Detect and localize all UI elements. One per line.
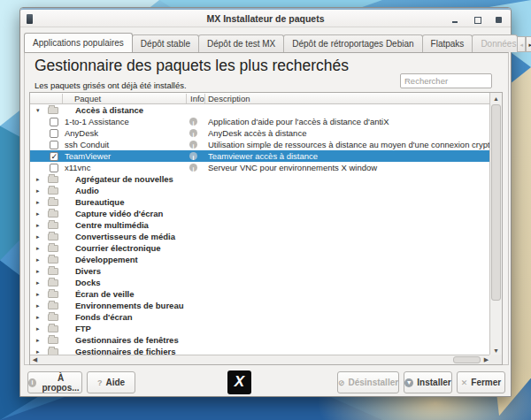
expander-arrow-icon[interactable] [36,254,43,265]
category-row[interactable]: Centre multimédia [30,219,491,231]
scroll-up-icon[interactable]: ▲ [490,93,502,104]
category-row[interactable]: Agrégateur de nouvelles [30,173,491,185]
package-checkbox[interactable] [50,118,58,126]
expander-arrow-icon[interactable] [36,173,43,185]
tab[interactable]: Dépôt de rétroportages Debian [283,34,422,52]
category-row[interactable]: FTP [30,323,491,334]
expander-arrow-icon[interactable] [36,265,43,277]
close-window-button[interactable]: ✕ Fermer [457,371,505,393]
search-input[interactable] [400,73,492,88]
package-row[interactable]: AnyDesk i AnyDesk accès à distance [30,127,491,139]
category-label: Audio [75,185,99,196]
info-icon[interactable]: i [189,152,197,160]
package-checkbox[interactable] [50,129,58,138]
tab[interactable]: Dépôt de test MX [198,34,284,52]
category-row[interactable]: Développement [30,254,491,265]
category-label: Gestionnaires de fenêtres [75,334,179,346]
tab[interactable]: Applications populaires [24,33,133,52]
package-description: Utilisation simple de ressources à dista… [208,139,491,150]
expander-arrow-icon[interactable] [36,242,43,254]
install-button[interactable]: ▼ Installer [404,371,452,393]
window-title: MX Installateur de paquets [20,13,511,24]
package-row[interactable]: 1-to-1 Assistance i Application d'aide p… [30,116,491,127]
expander-arrow-icon[interactable] [36,300,43,311]
package-row[interactable]: ssh Conduit i Utilisation simple de ress… [30,139,491,150]
column-header-paquet[interactable]: Paquet [74,93,181,104]
vertical-scrollbar[interactable]: ▲ ▼ [489,93,502,356]
tab-label: Données [481,39,516,49]
package-row[interactable]: TeamViewer i Teamviewer accès à distance [30,150,491,162]
category-label: Écran de veille [75,288,135,300]
info-icon[interactable]: i [189,129,197,137]
title-bar[interactable]: MX Installateur de paquets [20,8,511,27]
category-row[interactable]: Audio [30,185,491,196]
expander-arrow-icon[interactable] [36,208,43,219]
category-row[interactable]: Gestionnaires de fenêtres [30,334,491,346]
expander-arrow-icon[interactable] [36,323,43,334]
scroll-left-icon[interactable]: ◀ [30,355,40,365]
tab-label: Applications populaires [33,38,124,48]
about-button-label: À propos... [40,373,81,393]
package-checkbox[interactable] [50,152,58,161]
table-header[interactable]: Paquet Info Description [30,93,491,104]
expander-arrow-icon[interactable] [36,311,43,323]
folder-icon [48,187,58,195]
mx-package-installer-window: MX Installateur de paquets Applications … [19,7,512,397]
package-name: x11vnc [65,162,90,173]
package-name: AnyDesk [65,127,98,139]
tab[interactable]: Dépôt stable [132,34,199,52]
info-icon[interactable]: i [189,164,197,172]
info-icon[interactable]: i [189,141,197,149]
category-row[interactable]: Bureautique [30,196,491,208]
category-row[interactable]: Courrier électronique [30,242,491,254]
uninstall-button[interactable]: ⊘ Désinstaller [337,371,399,393]
download-circle-icon: ▼ [404,378,413,387]
info-icon: i [28,378,36,387]
column-divider [186,94,187,103]
horizontal-scrollbar-thumb[interactable] [453,356,481,363]
expander-arrow-icon[interactable] [36,231,43,242]
info-icon[interactable]: i [189,118,197,126]
category-row[interactable]: Accès à distance [30,104,491,116]
package-checkbox[interactable] [50,141,58,149]
tab[interactable]: Données [472,34,518,52]
package-name: TeamViewer [65,150,111,162]
expander-arrow-icon[interactable] [36,104,43,116]
category-row[interactable]: Convertisseurs de média [30,231,491,242]
folder-icon [48,245,58,252]
column-header-description[interactable]: Description [208,93,473,104]
category-label: FTP [75,323,91,334]
expander-arrow-icon[interactable] [36,288,43,300]
category-row[interactable]: Fonds d'écran [30,311,491,323]
installed-note: Les paquets grisés ont déjà été installé… [35,80,187,90]
expander-arrow-icon[interactable] [36,219,43,231]
category-row[interactable]: Divers [30,265,491,277]
folder-icon [48,199,58,206]
tab-scroll-left-button[interactable]: ◂ [517,36,526,52]
page-title: Gestionnaire des paquets les plus recher… [35,57,349,75]
tab[interactable]: Flatpaks [422,34,473,52]
folder-icon [48,325,58,332]
package-description: Teamviewer accès à distance [208,150,491,162]
expander-arrow-icon[interactable] [36,277,43,288]
help-button[interactable]: ? Aide [87,371,135,393]
close-window-button-label: Fermer [471,378,501,387]
about-button[interactable]: i À propos... [27,371,82,393]
category-row[interactable]: Écran de veille [30,288,491,300]
expander-arrow-icon[interactable] [36,185,43,196]
category-row[interactable]: Environnements de bureau [30,300,491,311]
close-button[interactable] [495,16,503,24]
package-row[interactable]: x11vnc i Serveur VNC pour environnements… [30,162,491,173]
expander-arrow-icon[interactable] [36,196,43,208]
table-body: Accès à distance 1-to-1 Assistance i App… [30,104,491,356]
tab-scroll-right-button[interactable]: ▸ [526,36,531,52]
package-checkbox[interactable] [50,164,58,172]
category-row[interactable]: Docks [30,277,491,288]
category-row[interactable]: Capture vidéo d'écran [30,208,491,219]
minimize-button[interactable] [451,16,459,24]
expander-arrow-icon[interactable] [36,334,43,346]
uninstall-button-label: Désinstaller [348,378,398,387]
horizontal-scrollbar[interactable]: ◀ ▶ [30,355,491,364]
maximize-button[interactable] [473,16,481,24]
vertical-scrollbar-thumb[interactable] [491,104,501,301]
